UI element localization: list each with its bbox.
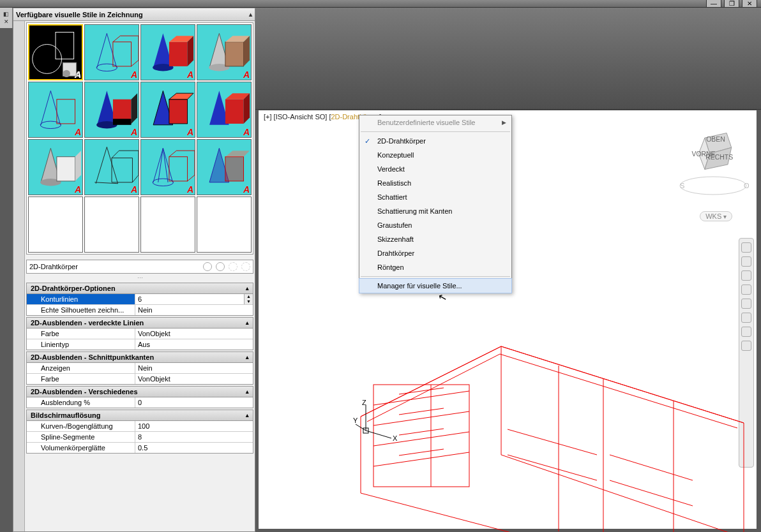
property-key: Spline-Segmente <box>27 432 135 442</box>
style-thumb-realistic[interactable]: A <box>197 24 252 80</box>
menu-item[interactable]: Schattiert <box>359 190 511 204</box>
style-thumb-wire-blue[interactable]: A <box>28 82 83 138</box>
spinner-up-icon[interactable]: ▲ <box>245 294 253 299</box>
collapse-icon[interactable]: ▴ <box>246 320 249 326</box>
style-thumb-hidden[interactable]: A <box>140 24 195 80</box>
nav-tool-icon[interactable] <box>741 242 751 253</box>
property-section-header[interactable]: 2D-Ausblenden - Verschiedenes▴ <box>27 387 253 397</box>
style-thumb-xray[interactable]: A <box>197 139 252 195</box>
collapse-icon[interactable]: ▴ <box>246 412 249 418</box>
property-value[interactable]: 0.5 <box>135 443 253 453</box>
current-style-row: 2D-Drahtkörper <box>26 260 253 274</box>
svg-rect-17 <box>57 100 75 124</box>
property-row[interactable]: Konturlinien6▲▼ <box>27 294 253 305</box>
menu-item[interactable]: Skizzenhaft <box>359 232 511 246</box>
palette-side-strip[interactable] <box>13 21 25 531</box>
spinner-down-icon[interactable]: ▼ <box>245 299 253 304</box>
ucs-icon[interactable]: X Z Y <box>353 399 398 443</box>
current-style-name: 2D-Drahtkörper <box>29 263 78 270</box>
svg-rect-22 <box>113 119 132 125</box>
property-value[interactable]: 100 <box>135 421 253 431</box>
style-thumb-gray[interactable]: A <box>28 139 83 195</box>
svg-rect-13 <box>225 42 244 66</box>
style-thumb-empty <box>197 196 252 253</box>
property-row[interactable]: FarbeVonObjekt <box>27 374 253 384</box>
menu-item[interactable]: 2D-Drahtkörper <box>359 134 511 148</box>
action-icon-3[interactable] <box>229 262 237 271</box>
property-value[interactable]: 6▲▼ <box>135 294 253 304</box>
property-value[interactable]: VonObjekt <box>135 329 253 339</box>
property-section-header[interactable]: 2D-Ausblenden - verdeckte Linien▴ <box>27 318 253 329</box>
style-thumb-empty <box>84 196 139 253</box>
svg-rect-27 <box>225 100 244 124</box>
svg-rect-8 <box>169 42 188 66</box>
property-value[interactable]: Nein <box>135 305 253 315</box>
style-thumb-wireframe-color[interactable]: A <box>140 139 195 195</box>
left-toolbar-stub: ◧✕ <box>0 8 13 28</box>
style-thumb-conceptual-wire[interactable]: A <box>84 24 139 80</box>
property-key: Echte Silhouetten zeichn... <box>27 305 135 315</box>
svg-rect-32 <box>57 157 75 181</box>
palette-title-bar[interactable]: Verfügbare visuelle Stile in Zeichnung ▴ <box>13 8 255 21</box>
property-value[interactable]: Aus <box>135 339 253 350</box>
action-icon-2[interactable] <box>216 262 225 271</box>
menu-item[interactable]: Konzeptuell <box>359 148 511 162</box>
property-section: 2D-Drahtkörper-Optionen▴Konturlinien6▲▼E… <box>26 283 253 316</box>
collapse-icon[interactable]: ▴ <box>246 388 249 395</box>
property-value[interactable]: VonObjekt <box>135 374 253 384</box>
cube-top-label: OBEN <box>706 136 725 143</box>
svg-line-51 <box>373 452 469 466</box>
menu-item[interactable]: Drahtkörper <box>359 246 511 260</box>
menu-item[interactable]: Schattierung mit Kanten <box>359 204 511 218</box>
svg-line-62 <box>356 424 366 431</box>
property-row[interactable]: Echte Silhouetten zeichn...Nein <box>27 305 253 315</box>
viewport-label-prefix: [+] [ISO-Ansicht SO] [ <box>264 113 331 121</box>
collapse-icon[interactable]: ▴ <box>246 354 249 360</box>
property-section-header[interactable]: Bildschirmauflösung▴ <box>27 410 253 421</box>
collapse-icon[interactable]: ▴ <box>246 285 249 292</box>
property-row[interactable]: Ausblendung %0 <box>27 397 253 408</box>
style-thumb-shaded-plain[interactable]: A <box>197 82 252 138</box>
property-key: Konturlinien <box>27 294 135 304</box>
minimize-button[interactable]: — <box>706 0 721 8</box>
property-row[interactable]: LinientypAus <box>27 339 253 350</box>
action-icon-4[interactable] <box>241 262 250 271</box>
svg-text:S: S <box>680 182 684 189</box>
menu-item[interactable]: Manager für visuelle Stile... <box>359 279 511 293</box>
menu-item[interactable]: Realistisch <box>359 176 511 190</box>
svg-rect-24 <box>169 100 188 124</box>
property-row[interactable]: FarbeVonObjekt <box>27 329 253 339</box>
wks-badge[interactable]: WKS ▾ <box>700 211 732 221</box>
action-icon-1[interactable] <box>203 262 212 271</box>
style-thumb-sketch[interactable]: A <box>84 139 139 195</box>
close-button[interactable]: ✕ <box>742 0 757 8</box>
splitter-grip[interactable]: ⋯ <box>25 275 255 281</box>
svg-marker-40 <box>225 151 250 157</box>
style-thumb-2d-wireframe[interactable]: A <box>28 24 83 80</box>
style-thumb-shaded-check[interactable]: A <box>84 82 139 138</box>
svg-line-35 <box>158 148 163 182</box>
property-row[interactable]: Volumenkörperglätte0.5 <box>27 443 253 453</box>
visual-style-context-menu: Benutzerdefinierte visuelle Stile▶2D-Dra… <box>359 115 512 293</box>
style-thumbnails: A A A A <box>26 22 253 255</box>
menu-separator <box>361 131 510 132</box>
property-row[interactable]: Spline-Segmente8 <box>27 432 253 443</box>
svg-text:X: X <box>393 434 398 442</box>
property-section-header[interactable]: 2D-Drahtkörper-Optionen▴ <box>27 283 253 294</box>
property-section-header[interactable]: 2D-Ausblenden - Schnittpunktkanten▴ <box>27 352 253 363</box>
menu-item[interactable]: Röntgen <box>359 260 511 274</box>
property-value[interactable]: Nein <box>135 363 253 373</box>
menu-item[interactable]: Verdeckt <box>359 162 511 176</box>
property-value[interactable]: 0 <box>135 397 253 408</box>
viewcube[interactable]: OBEN VORNE RECHTS <box>691 127 740 175</box>
collapse-icon[interactable]: ▴ <box>249 11 252 18</box>
restore-button[interactable]: ❐ <box>724 0 739 8</box>
svg-point-3 <box>63 70 70 77</box>
menu-item[interactable]: Graustufen <box>359 218 511 232</box>
viewcube-compass[interactable]: S O <box>675 173 751 198</box>
property-row[interactable]: Kurven-/Bogenglättung100 <box>27 421 253 432</box>
style-thumb-shaded-edges[interactable]: A <box>140 82 195 138</box>
property-value[interactable]: 8 <box>135 432 253 442</box>
property-row[interactable]: AnzeigenNein <box>27 363 253 374</box>
svg-marker-33 <box>75 151 82 181</box>
